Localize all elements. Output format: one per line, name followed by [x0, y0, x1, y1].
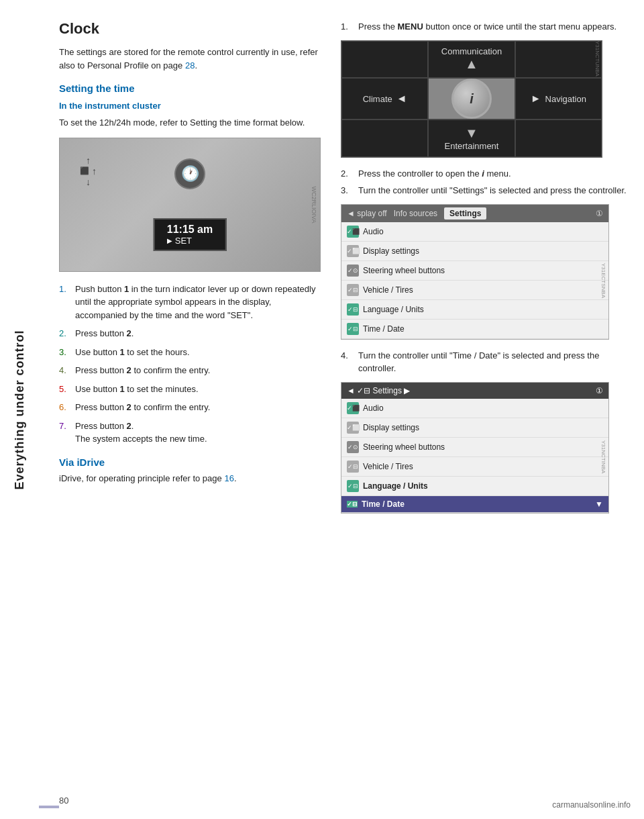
- via-idrive-text: iDrive, for operating principle refer to…: [59, 472, 321, 485]
- menu-cell-climate: Climate ◄: [341, 78, 428, 119]
- climate-label: Climate: [363, 94, 392, 104]
- page-number: 80: [39, 796, 68, 806]
- right-step-3: 3. Turn the controller until "Settings" …: [341, 184, 631, 197]
- display-label-2: Display settings: [363, 423, 419, 432]
- right-step-2: 2. Press the controller to open the i me…: [341, 167, 631, 181]
- settings-header-2: ◄ ✓⊟ Settings ▶ ①: [341, 383, 608, 399]
- steering-label-1: Steering wheel buttons: [363, 266, 445, 275]
- steering-icon-2: ✓⊙: [347, 441, 359, 453]
- display-icon-1: ✓⬜: [347, 245, 359, 257]
- display-label-1: Display settings: [363, 246, 419, 256]
- page-bottom-bar: [39, 806, 59, 808]
- settings-item-audio-1: ✓⬛ Audio: [341, 222, 608, 242]
- vehicle-icon-1: ✓⊟: [347, 284, 359, 296]
- cluster-time: 11:15 am: [167, 224, 213, 236]
- vehicle-label-2: Vehicle / Tires: [363, 462, 413, 471]
- cluster-set: SET: [167, 236, 213, 246]
- step-text-5: Use button 1 to set the minutes.: [75, 383, 199, 396]
- footer-brand: carmanualsonline.info: [552, 800, 631, 810]
- step-text-2: Press button 2.: [75, 327, 133, 340]
- step-6: 6. Press button 2 to confirm the entry.: [59, 401, 321, 414]
- audio-icon-1: ✓⬛: [347, 226, 359, 238]
- cluster-arrows: ↑ ⬛ ↑ ↓: [80, 155, 97, 187]
- step-5: 5. Use button 1 to set the minutes.: [59, 383, 321, 396]
- menu-communication-label: Communication: [441, 46, 502, 56]
- menu-cell-empty-bl: [341, 119, 428, 157]
- language-icon-2: ✓⊟: [347, 480, 359, 492]
- menu-cell-empty-tr: [515, 41, 602, 79]
- steps-list-left: 1. Push button 1 in the turn indicator l…: [59, 283, 321, 446]
- step-text-6: Press button 2 to confirm the entry.: [75, 401, 210, 414]
- settings-item-display-1: ✓⬜ Display settings: [341, 242, 608, 261]
- settings-item-language-2: ✓⊟ Language / Units: [341, 477, 608, 496]
- subsection-instrument: In the instrument cluster: [59, 101, 321, 111]
- step-text-1: Push button 1 in the turn indicator leve…: [75, 283, 321, 322]
- cluster-img-tag: WC2RLIOIVA: [311, 186, 317, 223]
- step-num-5: 5.: [59, 383, 71, 396]
- right-column: 1. Press the MENU button once or twice u…: [334, 0, 644, 819]
- settings-menu-1: ◄ splay off Info sources Settings ① ✓⬛ A…: [341, 204, 609, 340]
- sidebar-label: Everything under control: [13, 330, 27, 489]
- via-idrive-link[interactable]: 16: [224, 473, 233, 483]
- settings-item-time-1: ✓⊟ Time / Date: [341, 320, 608, 339]
- tab-display-off: ◄ splay off: [347, 209, 387, 218]
- section-setting-time: Setting the time: [59, 83, 321, 94]
- settings-header-icon: ①: [596, 386, 603, 395]
- right-step-text-1: Press the MENU button once or twice unti…: [358, 20, 616, 34]
- step-3: 3. Use button 1 to set the hours.: [59, 346, 321, 359]
- instrument-intro: To set the 12h/24h mode, refer to Settin…: [59, 116, 321, 130]
- tab-settings-active: Settings: [444, 207, 486, 220]
- settings-item-display-2: ✓⬜ Display settings: [341, 418, 608, 438]
- settings-header-1: ◄ splay off Info sources Settings ①: [341, 205, 608, 222]
- page-title: Clock: [59, 20, 321, 38]
- right-step-num-3: 3.: [341, 184, 353, 197]
- time-icon-2: ✓⊟: [347, 501, 358, 508]
- menu-cell-knob: i: [428, 78, 515, 119]
- display-icon-2: ✓⬜: [347, 422, 359, 434]
- right-step-num-1: 1.: [341, 20, 353, 34]
- settings-item-time-2-highlighted: ✓⊟ Time / Date ▼: [341, 496, 608, 513]
- step-2: 2. Press button 2.: [59, 327, 321, 340]
- settings-item-steering-1: ✓⊙ Steering wheel buttons: [341, 261, 608, 281]
- img-tag-3: Y31NCTINBA: [599, 401, 607, 513]
- step-text-7: Press button 2.The system accepts the ne…: [75, 420, 207, 446]
- time-label-1: Time / Date: [363, 324, 405, 334]
- menu-cell-entertainment: ▼ Entertainment: [428, 119, 515, 157]
- settings-header-title: ◄ ✓⊟ Settings ▶: [347, 386, 410, 395]
- vehicle-label-1: Vehicle / Tires: [363, 285, 413, 295]
- right-step-num-2: 2.: [341, 167, 353, 181]
- settings-item-steering-2: ✓⊙ Steering wheel buttons: [341, 438, 608, 457]
- intro-paragraph: The settings are stored for the remote c…: [59, 46, 321, 72]
- idrive-center-menu: Communication ▲ Climate ◄ i ► Navigation: [341, 40, 602, 158]
- right-step-num-4: 4.: [341, 349, 353, 375]
- menu-cell-empty-tl: [341, 41, 428, 79]
- step-1: 1. Push button 1 in the turn indicator l…: [59, 283, 321, 322]
- menu-cell-navigation: ► Navigation: [515, 78, 602, 119]
- tab-info-sources: Info sources: [394, 209, 437, 218]
- steering-label-2: Steering wheel buttons: [363, 442, 445, 452]
- cluster-image: ↑ ⬛ ↑ ↓ 🕐 11:15 am SET WC2RLIOIVA: [59, 138, 321, 272]
- time-icon-1: ✓⊟: [347, 323, 359, 335]
- intro-link[interactable]: 28: [185, 60, 195, 70]
- entertainment-label: Entertainment: [445, 141, 499, 151]
- right-step-1: 1. Press the MENU button once or twice u…: [341, 20, 631, 34]
- via-idrive-end: .: [234, 473, 237, 483]
- cluster-inner: ↑ ⬛ ↑ ↓ 🕐 11:15 am SET WC2RLIOIVA: [60, 138, 320, 271]
- main-content: Clock The settings are stored for the re…: [39, 0, 644, 819]
- time-label-2: Time / Date: [362, 499, 405, 509]
- settings-item-language-1: ✓⊟ Language / Units: [341, 300, 608, 320]
- menu-cell-communication: Communication ▲: [428, 41, 515, 79]
- step-num-7: 7.: [59, 420, 71, 446]
- right-step-text-3: Turn the controller until "Settings" is …: [358, 184, 627, 197]
- settings-item-vehicle-1: ✓⊟ Vehicle / Tires: [341, 281, 608, 300]
- right-step-text-2: Press the controller to open the i menu.: [358, 167, 511, 181]
- language-label-2: Language / Units: [363, 481, 428, 491]
- audio-label-2: Audio: [363, 403, 384, 413]
- via-idrive-before: iDrive, for operating principle refer to…: [59, 473, 224, 483]
- step-num-1: 1.: [59, 283, 71, 322]
- step-text-3: Use button 1 to set the hours.: [75, 346, 190, 359]
- idrive-knob: i: [451, 79, 492, 119]
- vehicle-icon-2: ✓⊟: [347, 461, 359, 473]
- left-column: Clock The settings are stored for the re…: [39, 0, 334, 819]
- menu-cell-empty-br: Y31NCTUNBA: [515, 119, 602, 157]
